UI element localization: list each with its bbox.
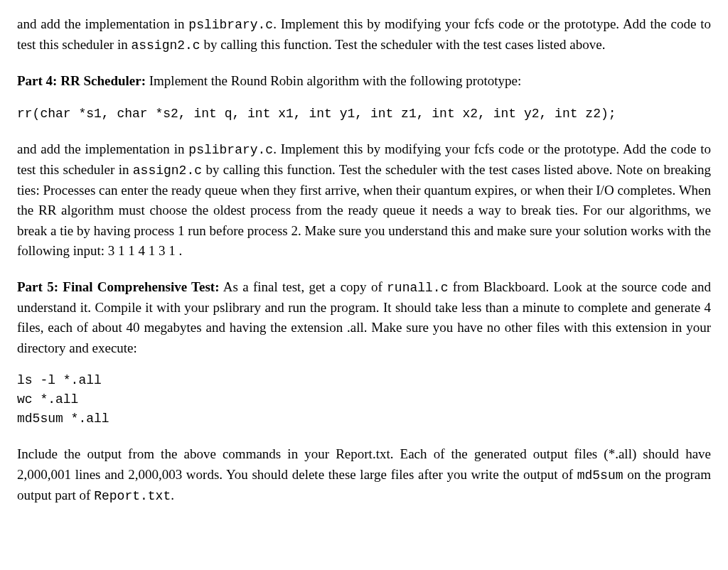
part5-out-c: . (171, 488, 174, 502)
part5-heading: Part 5: Final Comprehensive Test: (17, 279, 220, 294)
part4-body-paragraph: and add the implementation in pslibrary.… (17, 139, 711, 262)
part4-heading: Part 4: RR Scheduler: (17, 73, 146, 88)
part5-lead-paragraph: Part 5: Final Comprehensive Test: As a f… (17, 277, 711, 359)
part4-lead-text: Implement the Round Robin algorithm with… (146, 73, 521, 88)
part5-out-code2: Report.txt (94, 489, 171, 503)
part5-commands-code: ls -l *.all wc *.all md5sum *.all (17, 371, 711, 429)
part4-prototype-code: rr(char *s1, char *s2, int q, int x1, in… (17, 104, 711, 124)
intro-paragraph: and add the implementation in pslibrary.… (17, 14, 711, 55)
part4-body-a: and add the implementation in (17, 141, 188, 156)
intro-code-2: assign2.c (131, 38, 200, 53)
part5-body-a: As a final test, get a copy of (220, 279, 387, 294)
intro-code-1: pslibrary.c (188, 18, 273, 32)
part4-lead-paragraph: Part 4: RR Scheduler: Implement the Roun… (17, 71, 711, 92)
part4-body-code2: assign2.c (133, 163, 202, 178)
part5-output-paragraph: Include the output from the above comman… (17, 444, 711, 506)
part4-body-code1: pslibrary.c (188, 143, 273, 157)
part5-body-code1: runall.c (387, 281, 448, 295)
part5-out-code1: md5sum (577, 468, 623, 483)
intro-text-a: and add the implementation in (17, 16, 188, 31)
intro-text-c: by calling this function. Test the sched… (200, 37, 606, 52)
